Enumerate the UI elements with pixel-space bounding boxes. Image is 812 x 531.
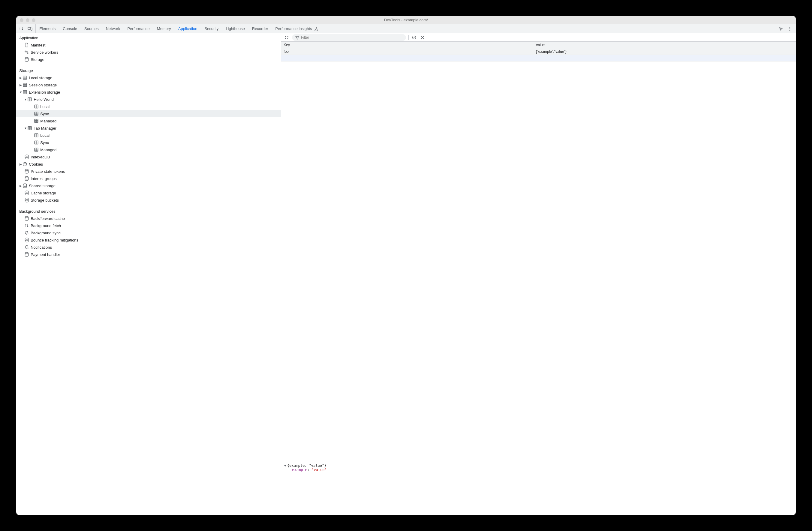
sidebar-item-private-state-tokens[interactable]: Private state tokens (16, 168, 281, 175)
database-icon (24, 238, 29, 242)
tab-performance-insights[interactable]: Performance insights (272, 24, 321, 33)
table-row-empty[interactable] (281, 55, 533, 61)
sidebar-item-background-fetch[interactable]: Background fetch (16, 222, 281, 229)
table-icon (34, 133, 39, 138)
traffic-close[interactable] (20, 18, 24, 22)
filter-field[interactable] (292, 34, 406, 41)
table-row-value[interactable]: {"example":"value"} (533, 48, 796, 55)
flask-icon (314, 27, 318, 31)
sidebar-item-indexeddb[interactable]: IndexedDB (16, 153, 281, 161)
chevron-right-icon: ▶ (19, 76, 22, 79)
filter-input[interactable] (301, 35, 403, 40)
sidebar-item-bfcache[interactable]: Back/forward cache (16, 215, 281, 222)
divider (408, 35, 409, 40)
chevron-down-icon: ▼ (284, 464, 286, 468)
device-toolbar-icon[interactable] (27, 26, 33, 32)
chevron-down-icon: ▼ (19, 91, 22, 94)
sidebar-item-tab-manager-local[interactable]: Local (16, 132, 281, 139)
section-background-services: Background services (16, 207, 281, 215)
value-preview: ▼{example: "value"} example: "value" (281, 461, 796, 515)
table-icon (27, 97, 32, 102)
chevron-down-icon: ▼ (24, 127, 27, 130)
sidebar-item-interest-groups[interactable]: Interest groups (16, 175, 281, 182)
sidebar-item-bounce-tracking[interactable]: Bounce tracking mitigations (16, 236, 281, 244)
sidebar-item-ext-hello-world[interactable]: ▼ Hello World (16, 96, 281, 103)
tab-application[interactable]: Application (175, 24, 201, 33)
tab-elements[interactable]: Elements (36, 24, 59, 33)
sidebar-item-cookies[interactable]: ▶ Cookies (16, 161, 281, 168)
column-header-value[interactable]: Value (533, 42, 796, 48)
refresh-icon[interactable] (284, 34, 290, 41)
sidebar-item-extension-storage[interactable]: ▼ Extension storage (16, 89, 281, 96)
table-icon (22, 75, 28, 80)
application-sidebar[interactable]: Application Manifest Service workers Sto… (16, 33, 281, 515)
sidebar-item-session-storage[interactable]: ▶ Session storage (16, 81, 281, 89)
database-icon (24, 191, 29, 195)
tab-performance[interactable]: Performance (124, 24, 153, 33)
database-icon (24, 169, 29, 174)
database-icon (24, 176, 29, 181)
sidebar-item-service-workers[interactable]: Service workers (16, 49, 281, 56)
database-icon (22, 183, 28, 188)
window-controls (20, 18, 35, 22)
database-icon (24, 154, 29, 159)
chevron-right-icon: ▶ (19, 184, 22, 188)
panel-tabs: Elements Console Sources Network Perform… (36, 24, 775, 33)
devtools-window: DevTools - example.com/ Elements Console… (16, 16, 796, 515)
table-row-empty[interactable] (533, 55, 796, 61)
preview-line-1[interactable]: ▼{example: "value"} (284, 463, 793, 468)
sidebar-item-storage[interactable]: Storage (16, 56, 281, 63)
sidebar-item-ext-tab-manager[interactable]: ▼ Tab Manager (16, 124, 281, 132)
delete-selected-icon[interactable] (420, 34, 425, 41)
settings-icon[interactable] (778, 26, 784, 32)
tab-console[interactable]: Console (59, 24, 81, 33)
sync-icon (24, 231, 29, 235)
sidebar-item-hello-world-managed[interactable]: Managed (16, 117, 281, 124)
database-icon (24, 252, 29, 257)
traffic-zoom[interactable] (32, 18, 35, 22)
table-icon (22, 83, 28, 87)
chevron-down-icon: ▼ (24, 98, 27, 101)
sidebar-item-payment-handler[interactable]: Payment handler (16, 251, 281, 258)
sidebar-item-tab-manager-managed[interactable]: Managed (16, 146, 281, 153)
sidebar-item-hello-world-sync[interactable]: Sync (16, 110, 281, 117)
table-icon (22, 90, 28, 94)
preview-line-2[interactable]: example: "value" (284, 468, 793, 472)
inspect-element-icon[interactable] (19, 26, 25, 32)
tab-security[interactable]: Security (201, 24, 222, 33)
table-icon (34, 118, 39, 123)
storage-table: Key foo Value {"example":"value"} (281, 42, 796, 461)
sidebar-item-hello-world-local[interactable]: Local (16, 103, 281, 110)
table-icon (34, 147, 39, 152)
sidebar-item-background-sync[interactable]: Background sync (16, 229, 281, 236)
tab-sources[interactable]: Sources (81, 24, 102, 33)
table-icon (27, 126, 32, 131)
tab-network[interactable]: Network (102, 24, 124, 33)
filter-icon (295, 35, 299, 40)
traffic-minimize[interactable] (26, 18, 29, 22)
tab-memory[interactable]: Memory (153, 24, 175, 33)
sidebar-item-manifest[interactable]: Manifest (16, 41, 281, 49)
sidebar-item-local-storage[interactable]: ▶ Local storage (16, 74, 281, 81)
sidebar-item-tab-manager-sync[interactable]: Sync (16, 139, 281, 146)
sidebar-item-storage-buckets[interactable]: Storage buckets (16, 196, 281, 204)
tab-lighthouse[interactable]: Lighthouse (222, 24, 248, 33)
clear-all-icon[interactable] (411, 34, 417, 41)
main-toolbar: Elements Console Sources Network Perform… (16, 24, 796, 33)
sidebar-item-shared-storage[interactable]: ▶ Shared storage (16, 182, 281, 189)
titlebar: DevTools - example.com/ (16, 16, 796, 24)
document-icon (24, 43, 29, 47)
table-row-key[interactable]: foo (281, 48, 533, 55)
updown-icon (24, 223, 29, 228)
section-storage: Storage (16, 66, 281, 74)
gears-icon (24, 50, 29, 55)
section-application: Application (16, 33, 281, 41)
sidebar-item-notifications[interactable]: Notifications (16, 244, 281, 251)
tab-recorder[interactable]: Recorder (248, 24, 272, 33)
database-icon (24, 198, 29, 203)
database-icon (24, 216, 29, 221)
chevron-right-icon: ▶ (19, 163, 22, 166)
column-header-key[interactable]: Key (281, 42, 533, 48)
more-icon[interactable] (787, 26, 793, 32)
sidebar-item-cache-storage[interactable]: Cache storage (16, 189, 281, 196)
